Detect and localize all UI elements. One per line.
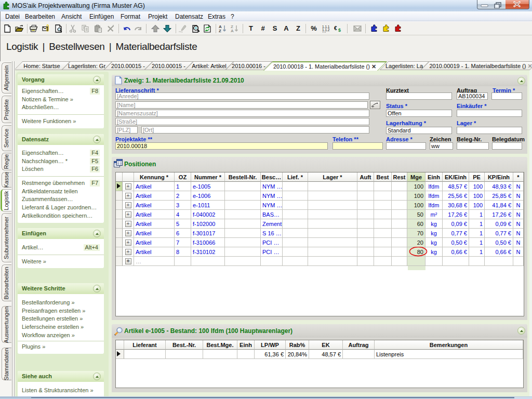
svg-text:A: A — [231, 29, 234, 33]
svg-text:1.1.2: 1.1.2 — [322, 28, 330, 32]
svg-text:$: $ — [338, 28, 341, 33]
svg-text:€: € — [334, 25, 337, 31]
svg-text:Z: Z — [219, 29, 221, 33]
